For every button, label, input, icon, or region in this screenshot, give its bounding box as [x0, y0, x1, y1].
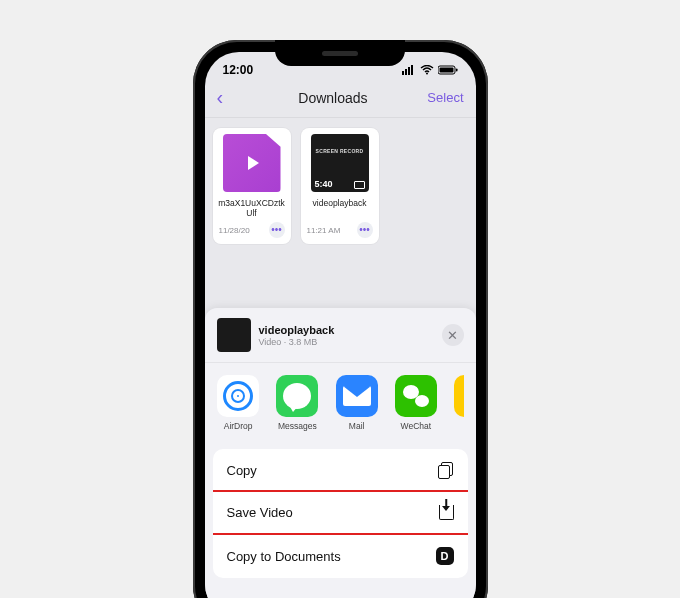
action-label: Copy to Documents — [227, 549, 341, 564]
sheet-thumbnail — [217, 318, 251, 352]
status-time: 12:00 — [223, 63, 254, 77]
action-label: Save Video — [227, 505, 293, 520]
files-grid: m3aX1UuXCDztkUlf 11/28/20 ••• SCREEN REC… — [205, 118, 476, 248]
file-name: m3aX1UuXCDztkUlf — [217, 198, 287, 218]
airdrop-icon — [217, 375, 259, 417]
svg-rect-2 — [408, 67, 410, 75]
download-icon — [439, 505, 454, 520]
share-app-messages[interactable]: Messages — [276, 375, 319, 431]
more-button[interactable]: ••• — [357, 222, 373, 238]
file-date: 11:21 AM — [307, 226, 341, 235]
app-label: WeChat — [401, 421, 432, 431]
svg-rect-6 — [439, 68, 453, 73]
signal-icon — [402, 65, 416, 75]
copy-icon — [438, 462, 454, 478]
svg-rect-0 — [402, 71, 404, 75]
action-copy[interactable]: Copy — [213, 449, 468, 492]
share-app-airdrop[interactable]: AirDrop — [217, 375, 260, 431]
partial-app-icon — [454, 375, 464, 417]
file-meta: 11/28/20 ••• — [217, 222, 287, 238]
sheet-title: videoplayback — [259, 324, 434, 336]
mail-icon — [336, 375, 378, 417]
app-label: AirDrop — [224, 421, 253, 431]
status-indicators — [402, 65, 458, 75]
svg-rect-3 — [411, 65, 413, 75]
file-name: videoplayback — [305, 198, 375, 218]
share-app-wechat[interactable]: WeChat — [394, 375, 437, 431]
file-item[interactable]: SCREEN RECORD 5:40 videoplayback 11:21 A… — [301, 128, 379, 244]
nav-bar: ‹ Downloads Select — [205, 82, 476, 118]
back-button[interactable]: ‹ — [217, 86, 239, 109]
svg-rect-7 — [456, 69, 458, 72]
actions-list: Copy Save Video Copy to Documents D — [213, 449, 468, 578]
share-apps-row[interactable]: AirDrop Messages Mail WeChat — [205, 363, 476, 443]
battery-icon — [438, 65, 458, 75]
svg-point-4 — [426, 73, 428, 75]
file-item[interactable]: m3aX1UuXCDztkUlf 11/28/20 ••• — [213, 128, 291, 244]
more-button[interactable]: ••• — [269, 222, 285, 238]
messages-icon — [276, 375, 318, 417]
sheet-info: videoplayback Video · 3.8 MB — [259, 324, 434, 347]
action-copy-to-documents[interactable]: Copy to Documents D — [213, 534, 468, 578]
video-icon — [354, 181, 365, 189]
documents-app-icon: D — [436, 547, 454, 565]
sheet-header: videoplayback Video · 3.8 MB ✕ — [205, 308, 476, 363]
share-sheet: videoplayback Video · 3.8 MB ✕ AirDrop M… — [205, 308, 476, 598]
app-label: Mail — [349, 421, 365, 431]
select-button[interactable]: Select — [427, 90, 463, 105]
share-app-mail[interactable]: Mail — [335, 375, 378, 431]
file-thumbnail — [223, 134, 281, 192]
wifi-icon — [420, 65, 434, 75]
screen: 12:00 ‹ Downloads Select m3aX1UuXCDztkUl… — [205, 52, 476, 598]
video-logo: SCREEN RECORD — [311, 148, 369, 154]
notch — [275, 40, 405, 66]
share-app-partial[interactable] — [454, 375, 464, 431]
play-icon — [248, 156, 259, 170]
phone-frame: 12:00 ‹ Downloads Select m3aX1UuXCDztkUl… — [193, 40, 488, 598]
sheet-subtitle: Video · 3.8 MB — [259, 337, 434, 347]
file-thumbnail: SCREEN RECORD 5:40 — [311, 134, 369, 192]
file-meta: 11:21 AM ••• — [305, 222, 375, 238]
file-date: 11/28/20 — [219, 226, 250, 235]
action-save-video[interactable]: Save Video — [213, 492, 468, 534]
page-title: Downloads — [298, 90, 367, 106]
action-label: Copy — [227, 463, 257, 478]
close-button[interactable]: ✕ — [442, 324, 464, 346]
app-label: Messages — [278, 421, 317, 431]
video-duration: 5:40 — [315, 179, 333, 189]
wechat-icon — [395, 375, 437, 417]
svg-rect-1 — [405, 69, 407, 75]
